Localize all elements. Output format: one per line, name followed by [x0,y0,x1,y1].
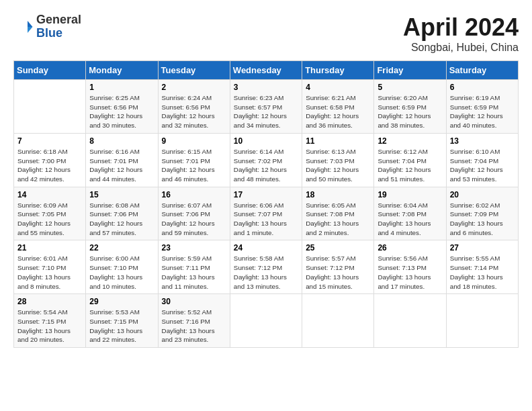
calendar-cell: 25Sunrise: 5:57 AMSunset: 7:12 PMDayligh… [302,240,374,294]
calendar-cell: 1Sunrise: 6:25 AMSunset: 6:56 PMDaylight… [86,80,158,134]
calendar-cell: 17Sunrise: 6:06 AMSunset: 7:07 PMDayligh… [230,187,302,240]
day-info: Sunrise: 6:02 AMSunset: 7:09 PMDaylight:… [450,201,515,238]
day-info: Sunrise: 6:06 AMSunset: 7:07 PMDaylight:… [234,201,298,238]
day-number: 26 [378,243,442,253]
day-info: Sunrise: 6:00 AMSunset: 7:10 PMDaylight:… [89,254,154,291]
calendar-cell: 3Sunrise: 6:23 AMSunset: 6:57 PMDaylight… [230,80,302,134]
calendar-cell: 7Sunrise: 6:18 AMSunset: 7:00 PMDaylight… [14,133,86,187]
month-title: April 2024 [403,13,519,42]
logo: General Blue [13,13,81,40]
logo-icon [13,17,34,37]
day-number: 6 [450,83,515,92]
day-info: Sunrise: 5:55 AMSunset: 7:14 PMDaylight:… [450,254,515,291]
day-number: 21 [17,243,82,253]
logo-general-text: General [36,13,81,26]
day-info: Sunrise: 5:57 AMSunset: 7:12 PMDaylight:… [306,254,370,291]
day-header-monday: Monday [86,61,158,80]
calendar-cell: 26Sunrise: 5:56 AMSunset: 7:13 PMDayligh… [374,240,446,294]
day-info: Sunrise: 6:14 AMSunset: 7:02 PMDaylight:… [234,147,298,184]
day-number: 14 [17,190,82,199]
header-row: SundayMondayTuesdayWednesdayThursdayFrid… [14,61,519,80]
calendar-cell: 18Sunrise: 6:05 AMSunset: 7:08 PMDayligh… [302,187,374,240]
day-number: 16 [162,190,226,199]
day-number: 8 [89,136,154,146]
day-info: Sunrise: 5:54 AMSunset: 7:15 PMDaylight:… [17,308,82,345]
calendar-cell: 2Sunrise: 6:24 AMSunset: 6:56 PMDaylight… [158,80,230,134]
calendar-cell: 11Sunrise: 6:13 AMSunset: 7:03 PMDayligh… [302,133,374,187]
calendar-cell [374,294,446,348]
day-number: 3 [234,83,298,92]
day-number: 28 [17,297,82,306]
day-number: 13 [450,136,515,146]
day-info: Sunrise: 5:56 AMSunset: 7:13 PMDaylight:… [378,254,442,291]
day-info: Sunrise: 6:16 AMSunset: 7:01 PMDaylight:… [89,147,154,184]
calendar-cell: 15Sunrise: 6:08 AMSunset: 7:06 PMDayligh… [86,187,158,240]
calendar-cell: 20Sunrise: 6:02 AMSunset: 7:09 PMDayligh… [446,187,518,240]
calendar-cell: 16Sunrise: 6:07 AMSunset: 7:06 PMDayligh… [158,187,230,240]
svg-marker-1 [28,27,33,33]
svg-marker-0 [28,21,33,27]
day-info: Sunrise: 6:12 AMSunset: 7:04 PMDaylight:… [378,147,442,184]
week-row-1: 1Sunrise: 6:25 AMSunset: 6:56 PMDaylight… [14,80,519,134]
day-header-thursday: Thursday [302,61,374,80]
day-info: Sunrise: 5:59 AMSunset: 7:11 PMDaylight:… [162,254,226,291]
day-info: Sunrise: 6:09 AMSunset: 7:05 PMDaylight:… [17,201,82,238]
day-header-sunday: Sunday [14,61,86,80]
day-info: Sunrise: 6:01 AMSunset: 7:10 PMDaylight:… [17,254,82,291]
week-row-4: 21Sunrise: 6:01 AMSunset: 7:10 PMDayligh… [14,240,519,294]
day-number: 15 [89,190,154,199]
calendar-cell: 29Sunrise: 5:53 AMSunset: 7:15 PMDayligh… [86,294,158,348]
day-number: 10 [234,136,298,146]
day-number: 22 [89,243,154,253]
week-row-3: 14Sunrise: 6:09 AMSunset: 7:05 PMDayligh… [14,187,519,240]
day-info: Sunrise: 6:18 AMSunset: 7:00 PMDaylight:… [17,147,82,184]
calendar-cell [14,80,86,134]
day-number: 29 [89,297,154,306]
title-block: April 2024 Songbai, Hubei, China [403,13,519,54]
day-number: 30 [162,297,226,306]
calendar-cell: 19Sunrise: 6:04 AMSunset: 7:08 PMDayligh… [374,187,446,240]
day-number: 4 [306,83,370,92]
location: Songbai, Hubei, China [403,42,519,54]
calendar-cell: 28Sunrise: 5:54 AMSunset: 7:15 PMDayligh… [14,294,86,348]
day-number: 23 [162,243,226,253]
day-info: Sunrise: 6:25 AMSunset: 6:56 PMDaylight:… [89,93,154,130]
day-info: Sunrise: 6:15 AMSunset: 7:01 PMDaylight:… [162,147,226,184]
day-number: 2 [162,83,226,92]
day-info: Sunrise: 5:58 AMSunset: 7:12 PMDaylight:… [234,254,298,291]
day-info: Sunrise: 6:05 AMSunset: 7:08 PMDaylight:… [306,201,370,238]
day-number: 27 [450,243,515,253]
day-number: 24 [234,243,298,253]
day-number: 20 [450,190,515,199]
day-header-wednesday: Wednesday [230,61,302,80]
day-info: Sunrise: 6:21 AMSunset: 6:58 PMDaylight:… [306,93,370,130]
day-number: 1 [89,83,154,92]
day-number: 18 [306,190,370,199]
day-number: 17 [234,190,298,199]
day-info: Sunrise: 5:53 AMSunset: 7:15 PMDaylight:… [89,308,154,345]
day-info: Sunrise: 6:08 AMSunset: 7:06 PMDaylight:… [89,201,154,238]
week-row-5: 28Sunrise: 5:54 AMSunset: 7:15 PMDayligh… [14,294,519,348]
day-header-friday: Friday [374,61,446,80]
calendar-cell: 8Sunrise: 6:16 AMSunset: 7:01 PMDaylight… [86,133,158,187]
calendar-cell: 22Sunrise: 6:00 AMSunset: 7:10 PMDayligh… [86,240,158,294]
day-header-saturday: Saturday [446,61,518,80]
calendar-cell [446,294,518,348]
calendar-cell: 14Sunrise: 6:09 AMSunset: 7:05 PMDayligh… [14,187,86,240]
day-number: 7 [17,136,82,146]
day-info: Sunrise: 5:52 AMSunset: 7:16 PMDaylight:… [162,308,226,345]
calendar-cell: 12Sunrise: 6:12 AMSunset: 7:04 PMDayligh… [374,133,446,187]
calendar-cell: 6Sunrise: 6:19 AMSunset: 6:59 PMDaylight… [446,80,518,134]
day-number: 19 [378,190,442,199]
day-number: 9 [162,136,226,146]
day-number: 12 [378,136,442,146]
calendar-cell [230,294,302,348]
calendar-cell: 13Sunrise: 6:10 AMSunset: 7:04 PMDayligh… [446,133,518,187]
calendar-cell: 5Sunrise: 6:20 AMSunset: 6:59 PMDaylight… [374,80,446,134]
day-info: Sunrise: 6:20 AMSunset: 6:59 PMDaylight:… [378,93,442,130]
week-row-2: 7Sunrise: 6:18 AMSunset: 7:00 PMDaylight… [14,133,519,187]
calendar-cell: 30Sunrise: 5:52 AMSunset: 7:16 PMDayligh… [158,294,230,348]
calendar-table: SundayMondayTuesdayWednesdayThursdayFrid… [13,60,519,348]
day-info: Sunrise: 6:23 AMSunset: 6:57 PMDaylight:… [234,93,298,130]
day-header-tuesday: Tuesday [158,61,230,80]
